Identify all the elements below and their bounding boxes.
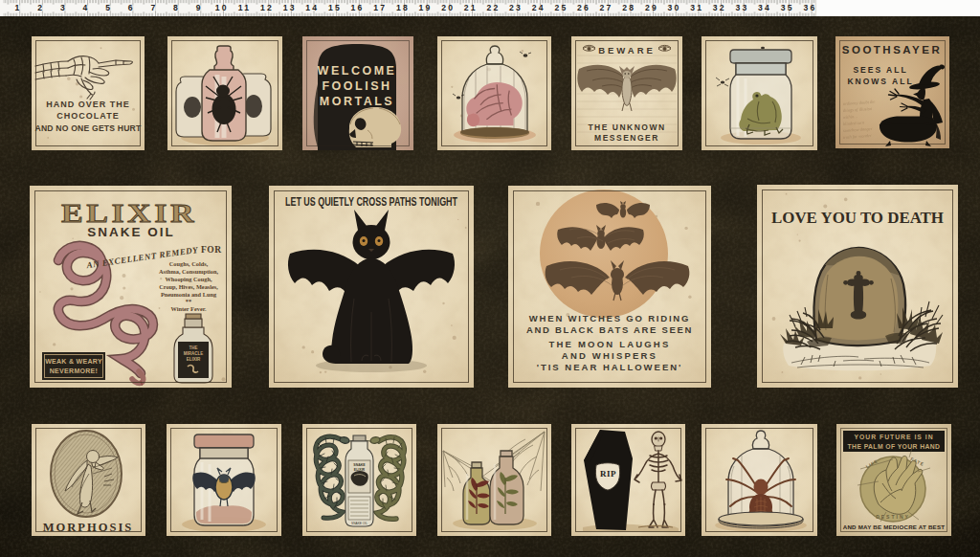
svg-text:FOR: FOR	[201, 245, 222, 255]
svg-text:AND MAY BE MEDIOCRE AT BEST: AND MAY BE MEDIOCRE AT BEST	[843, 524, 945, 530]
svg-text:THE: THE	[189, 345, 198, 350]
svg-text:SNAKE OIL: SNAKE OIL	[87, 225, 175, 239]
svg-text:Pneumonia and Lung: Pneumonia and Lung	[161, 291, 217, 298]
svg-text:DESTINY: DESTINY	[876, 514, 910, 520]
svg-text:22: 22	[486, 3, 500, 12]
svg-text:MORPHOSIS: MORPHOSIS	[43, 521, 133, 534]
svg-text:35: 35	[781, 3, 794, 12]
svg-text:24: 24	[532, 3, 546, 12]
svg-text:7: 7	[150, 3, 155, 12]
svg-text:Whooping Cough,: Whooping Cough,	[166, 276, 212, 282]
svg-text:28: 28	[622, 3, 635, 12]
svg-text:27: 27	[600, 3, 613, 12]
svg-text:16: 16	[351, 3, 365, 12]
svg-text:9: 9	[196, 3, 201, 12]
svg-text:SNAKE OIL: SNAKE OIL	[351, 522, 368, 525]
svg-text:3: 3	[60, 3, 65, 12]
svg-text:ELIXIR: ELIXIR	[61, 200, 197, 229]
svg-text:29: 29	[645, 3, 658, 12]
svg-text:AND NO ONE GETS HURT: AND NO ONE GETS HURT	[35, 123, 142, 133]
svg-text:THE UNKNOWN: THE UNKNOWN	[588, 123, 665, 132]
svg-text:ELIXIR: ELIXIR	[187, 357, 201, 362]
svg-text:WELCOME: WELCOME	[318, 64, 397, 78]
svg-text:THE PALM OF YOUR HAND: THE PALM OF YOUR HAND	[848, 443, 941, 450]
svg-text:WEAK & WEARY: WEAK & WEARY	[45, 358, 102, 365]
svg-text:6: 6	[128, 3, 133, 12]
svg-text:17: 17	[373, 3, 387, 12]
svg-text:MORTALS: MORTALS	[320, 95, 394, 108]
svg-text:RIP: RIP	[600, 469, 616, 479]
svg-text:8: 8	[173, 3, 178, 12]
svg-text:CHOCOLATE: CHOCOLATE	[56, 111, 119, 121]
svg-text:19: 19	[419, 3, 433, 12]
svg-text:LOVE YOU TO DEATH: LOVE YOU TO DEATH	[771, 210, 945, 226]
svg-text:Croup, Hives, Measles,: Croup, Hives, Measles,	[159, 283, 218, 290]
svg-text:SNAKE: SNAKE	[353, 463, 366, 467]
svg-text:30: 30	[668, 3, 681, 12]
svg-text:21: 21	[464, 3, 478, 12]
svg-text:12: 12	[260, 3, 274, 12]
svg-text:THE MOON LAUGHS: THE MOON LAUGHS	[549, 339, 671, 349]
svg-text:Winter Fever.: Winter Fever.	[171, 305, 207, 312]
svg-text:'TIS NEAR HALLOWEEN': 'TIS NEAR HALLOWEEN'	[537, 362, 683, 372]
svg-text:AND BLACK BATS ARE SEEN: AND BLACK BATS ARE SEEN	[526, 324, 693, 335]
svg-text:36: 36	[803, 3, 816, 12]
svg-text:LET US QUIETLY CROSS PATHS TON: LET US QUIETLY CROSS PATHS TONIGHT	[285, 194, 457, 209]
svg-text:23: 23	[509, 3, 523, 12]
svg-text:within…: within…	[843, 114, 858, 120]
svg-text:BEWARE: BEWARE	[598, 45, 656, 56]
svg-text:MIRACLE: MIRACLE	[184, 351, 204, 356]
svg-text:1: 1	[15, 3, 20, 12]
svg-text:10: 10	[215, 3, 229, 12]
svg-text:15: 15	[328, 3, 342, 12]
svg-text:FOOLISH: FOOLISH	[322, 79, 391, 93]
svg-text:20: 20	[441, 3, 455, 12]
svg-text:18: 18	[396, 3, 410, 12]
svg-text:WHEN WITCHES GO RIDING: WHEN WITCHES GO RIDING	[529, 313, 690, 323]
svg-text:Coughs, Colds,: Coughs, Colds,	[169, 260, 209, 267]
svg-text:14: 14	[305, 3, 319, 12]
svg-text:4: 4	[83, 3, 88, 12]
svg-text:AND WHISPERS: AND WHISPERS	[562, 350, 657, 361]
svg-text:KNOWS ALL: KNOWS ALL	[847, 77, 913, 86]
svg-text:**: **	[186, 298, 191, 304]
svg-text:Asthma, Consumption,: Asthma, Consumption,	[159, 268, 219, 275]
svg-text:SEES ALL: SEES ALL	[853, 65, 907, 75]
svg-text:31: 31	[690, 3, 703, 12]
svg-text:34: 34	[758, 3, 771, 12]
svg-text:NEVERMORE!: NEVERMORE!	[50, 368, 98, 374]
svg-text:SOOTHSAYER: SOOTHSAYER	[842, 44, 942, 56]
svg-text:32: 32	[713, 3, 726, 12]
svg-text:MESSENGER: MESSENGER	[594, 133, 659, 143]
svg-text:ELIXIR: ELIXIR	[354, 468, 366, 472]
svg-text:25: 25	[554, 3, 568, 12]
svg-text:HAND OVER THE: HAND OVER THE	[46, 100, 130, 109]
svg-text:2: 2	[37, 3, 42, 12]
svg-text:YOUR FUTURE IS IN: YOUR FUTURE IS IN	[854, 434, 933, 440]
svg-text:5: 5	[105, 3, 110, 12]
svg-text:33: 33	[736, 3, 749, 12]
svg-text:11: 11	[238, 3, 251, 12]
svg-text:26: 26	[577, 3, 590, 12]
svg-text:13: 13	[283, 3, 297, 12]
